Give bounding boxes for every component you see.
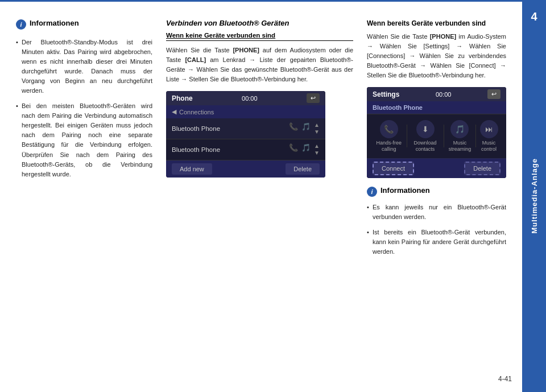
down-arrow-icon: ▼ — [314, 129, 320, 135]
phone-nav-row: ◀ Connections — [166, 105, 325, 118]
left-bullet-list: Der Bluetooth®-Standby-Modus ist drei Mi… — [16, 38, 152, 179]
right-section-title: Wenn bereits Geräte verbunden sind — [367, 19, 506, 28]
phone-list-item-name: Bluetooth Phone — [172, 125, 220, 132]
phone-delete-button[interactable]: Delete — [286, 163, 320, 175]
right-bullet-list: Es kann jeweils nur ein Bluetooth®-Gerät… — [367, 203, 506, 257]
download-icon: ⬇ — [416, 120, 435, 138]
settings-back-button[interactable]: ↩ — [487, 89, 500, 99]
music-streaming-icon: 🎵 — [450, 120, 469, 138]
list-item: Es kann jeweils nur ein Bluetooth®-Gerät… — [367, 203, 506, 222]
phone-header-title: Phone — [172, 94, 193, 102]
right-text: Wählen Sie die Taste [PHONE] im Audio-Sy… — [367, 32, 506, 80]
left-info-box: i Informationen — [16, 19, 152, 30]
content-columns: i Informationen Der Bluetooth®-Standby-M… — [0, 2, 522, 392]
right-info-title: Informationen — [380, 186, 430, 195]
settings-screen-mockup: Settings 00:00 ↩ Bluetooth Phone 📞 Hands… — [367, 87, 506, 178]
down-arrow-icon-2: ▼ — [314, 150, 320, 156]
settings-screen-header: Settings 00:00 ↩ — [367, 87, 506, 101]
mid-text: Wählen Sie die Taste [PHONE] auf dem Aud… — [166, 46, 353, 84]
download-label: Download contacts — [407, 140, 443, 152]
settings-bt-phone-label: Bluetooth Phone — [367, 101, 506, 114]
left-info-title: Informationen — [30, 19, 79, 27]
right-column: Wenn bereits Geräte verbunden sind Wähle… — [367, 19, 506, 381]
list-item: Bei den meisten Bluetooth®-Geräten wird … — [16, 101, 152, 179]
list-item: Der Bluetooth®-Standby-Modus ist drei Mi… — [16, 38, 152, 96]
info-icon-symbol-right: i — [371, 188, 373, 195]
info-icon-left: i — [16, 19, 26, 30]
phone-list-item-2[interactable]: Bluetooth Phone 📞 🎵 ▲ ▼ — [166, 139, 325, 160]
music-icon-2: 🎵 — [301, 143, 311, 156]
info-icon-right: i — [367, 187, 377, 197]
mid-column: Verbinden von Bluetooth® Geräten Wenn ke… — [166, 19, 353, 381]
mid-section-title: Verbinden von Bluetooth® Geräten — [166, 19, 353, 27]
phone-screen-header: Phone 00:00 ↩ — [166, 91, 325, 105]
music-control-icon: ⏭ — [480, 120, 498, 138]
page-number: 4-41 — [498, 375, 512, 383]
phone-screen-mockup: Phone 00:00 ↩ ◀ Connections Bluetooth Ph… — [166, 91, 325, 178]
settings-icon-control: ⏭ Music control — [476, 120, 502, 152]
music-streaming-label: Music streaming — [444, 140, 476, 152]
info-icon-symbol: i — [20, 21, 22, 28]
settings-icon-hands-free: 📞 Hands-free calling — [371, 120, 407, 152]
sidebar-tab: 4 Multimedia-Anlage — [522, 0, 546, 392]
settings-connect-button[interactable]: Connect — [373, 162, 414, 175]
settings-header-title: Settings — [373, 90, 399, 98]
list-item: Ist bereits ein Bluetooth®-Gerät verbund… — [367, 228, 506, 257]
phone-list-item-name: Bluetooth Phone — [172, 146, 220, 153]
phone-header-time: 00:00 — [242, 95, 258, 102]
sidebar-number: 4 — [531, 10, 537, 23]
settings-icons-row: 📞 Hands-free calling ⬇ Download contacts… — [367, 114, 506, 159]
up-arrow-icon: ▲ — [314, 122, 320, 128]
right-info-box: i Informationen — [367, 186, 506, 197]
mid-subsection-title: Wenn keine Geräte verbunden sind — [166, 32, 353, 41]
phone-up-down: ▲ ▼ — [314, 122, 320, 135]
music-control-label: Music control — [476, 140, 502, 152]
hands-free-icon: 📞 — [380, 120, 398, 138]
settings-icon-music: 🎵 Music streaming — [444, 120, 476, 152]
phone-list-icons-2: 📞 🎵 ▲ ▼ — [289, 143, 320, 156]
phone-back-button[interactable]: ↩ — [307, 93, 320, 103]
main-content: i Informationen Der Bluetooth®-Standby-M… — [0, 0, 522, 392]
phone-list-item-1[interactable]: Bluetooth Phone 📞 🎵 ▲ ▼ — [166, 118, 325, 139]
phone-nav-arrow: ◀ — [172, 108, 176, 115]
phone-add-new-button[interactable]: Add new — [172, 163, 212, 175]
phone-list-icons: 📞 🎵 ▲ ▼ — [289, 122, 320, 135]
phone-up-down-2: ▲ ▼ — [314, 143, 320, 156]
phone-nav-label: Connections — [179, 109, 214, 115]
left-column: i Informationen Der Bluetooth®-Standby-M… — [16, 19, 152, 381]
phone-footer: Add new Delete — [166, 160, 325, 178]
up-arrow-icon-2: ▲ — [314, 143, 320, 149]
hands-free-label: Hands-free calling — [371, 140, 407, 152]
sidebar-label: Multimedia-Anlage — [530, 158, 539, 234]
phone-icon-2: 📞 — [289, 143, 298, 156]
settings-delete-button[interactable]: Delete — [464, 162, 500, 175]
music-icon: 🎵 — [301, 122, 311, 135]
settings-header-time: 00:00 — [436, 91, 452, 98]
phone-icon: 📞 — [289, 122, 298, 135]
settings-icon-download: ⬇ Download contacts — [407, 120, 443, 152]
settings-footer: Connect Delete — [367, 159, 506, 178]
